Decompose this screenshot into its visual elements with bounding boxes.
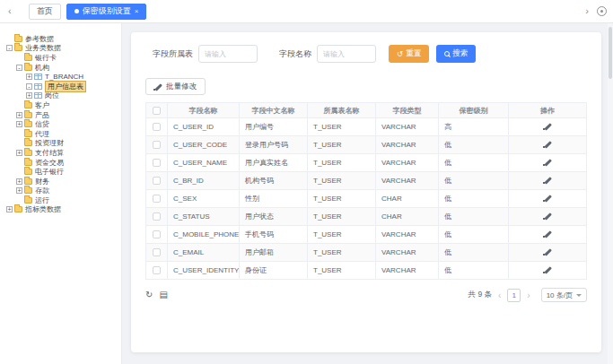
edit-icon[interactable] — [544, 176, 552, 184]
tree-node-bank-card[interactable]: 银行卡 — [0, 53, 121, 63]
cell-field-type: VARCHAR — [376, 136, 439, 154]
expand-icon[interactable]: + — [16, 121, 22, 127]
expander-icon — [16, 197, 22, 204]
tree-node-e-banking[interactable]: 电子银行 — [0, 167, 121, 177]
row-checkbox[interactable] — [153, 123, 161, 131]
edit-icon[interactable] — [544, 158, 552, 166]
row-checkbox[interactable] — [153, 195, 161, 203]
edit-icon[interactable] — [544, 140, 552, 148]
tree-node-position[interactable]: +岗位 — [0, 91, 121, 101]
tree-node-indicator-data[interactable]: +指标类数据 — [0, 205, 121, 215]
cell-field-name: C_MOBILE_PHONE — [168, 226, 240, 244]
edit-icon[interactable] — [544, 194, 552, 202]
next-page-icon[interactable]: › — [525, 290, 531, 300]
page-size-select[interactable]: 10 条/页 — [541, 288, 587, 302]
refresh-icon[interactable]: ↻ — [145, 290, 153, 299]
tabs-scroll-right-icon[interactable]: › — [583, 6, 591, 16]
row-checkbox[interactable] — [153, 159, 161, 167]
table-row: C_USER_IDENTITY 身份证 T_USER VARCHAR 低 — [146, 262, 587, 280]
table-icon — [34, 83, 42, 90]
edit-icon[interactable] — [544, 265, 552, 273]
cell-field-name: C_EMAIL — [168, 244, 240, 262]
row-checkbox[interactable] — [153, 248, 161, 256]
row-checkbox[interactable] — [153, 177, 161, 185]
tree-node-label: 投资理财 — [35, 138, 64, 148]
edit-icon[interactable] — [544, 122, 552, 130]
page-size-label: 10 条/页 — [547, 290, 573, 300]
tree-node-deposit[interactable]: +存款 — [0, 186, 121, 196]
cell-secrecy-level: 低 — [439, 154, 509, 172]
scrollbar-thumb[interactable] — [609, 27, 612, 79]
select-all-cell — [146, 103, 168, 118]
field-name-label: 字段名称 — [279, 48, 311, 60]
folder-icon — [24, 187, 32, 194]
tree-node-fund-transaction[interactable]: 资金交易 — [0, 158, 121, 168]
active-tab-dot-icon — [74, 9, 79, 13]
tree-node-label: 机构 — [35, 63, 49, 73]
folder-icon — [24, 160, 32, 166]
search-button[interactable]: 搜索 — [436, 45, 476, 63]
reset-icon: ↺ — [397, 49, 403, 58]
edit-icon[interactable] — [544, 247, 552, 256]
scrollbar-track[interactable] — [608, 23, 613, 364]
cell-field-cn-name: 用户状态 — [240, 208, 308, 226]
cell-table-name: T_USER — [308, 226, 376, 244]
reset-button[interactable]: ↺ 重置 — [389, 45, 429, 63]
edit-icon[interactable] — [544, 230, 552, 238]
tree-node-label: 信贷 — [35, 119, 49, 129]
field-table-input[interactable] — [198, 45, 258, 63]
expand-icon[interactable]: + — [16, 178, 22, 185]
row-checkbox[interactable] — [153, 230, 161, 238]
expander-icon — [16, 160, 22, 166]
tree-node-label: 岗位 — [45, 91, 59, 100]
tree-node-organization[interactable]: -机构 — [0, 63, 121, 73]
select-all-checkbox[interactable] — [153, 107, 161, 115]
expand-icon[interactable]: + — [16, 112, 22, 118]
expand-icon[interactable]: + — [16, 187, 22, 194]
row-checkbox[interactable] — [153, 212, 161, 221]
edit-icon — [154, 82, 162, 91]
cell-field-cn-name: 性别 — [240, 190, 308, 208]
tree-node-finance[interactable]: +财务 — [0, 177, 121, 186]
tree-node-customer[interactable]: 客户 — [0, 100, 121, 110]
tree-node-operation[interactable]: 运行 — [0, 195, 121, 205]
table-icon — [34, 74, 42, 80]
cell-field-type: VARCHAR — [376, 172, 439, 190]
cell-field-type: VARCHAR — [376, 118, 439, 136]
field-name-input[interactable] — [317, 45, 376, 63]
expand-icon[interactable]: + — [26, 74, 32, 80]
header-field-type: 字段类型 — [376, 103, 439, 118]
cell-field-cn-name: 用户真实姓名 — [240, 154, 308, 172]
row-checkbox[interactable] — [153, 141, 161, 149]
cell-table-name: T_USER — [308, 262, 376, 280]
edit-icon[interactable] — [544, 212, 552, 220]
reload-icon[interactable] — [597, 6, 607, 16]
tree-node-product[interactable]: +产品 — [0, 110, 121, 120]
collapse-icon[interactable]: - — [16, 65, 22, 71]
prev-page-icon[interactable]: ‹ — [496, 290, 503, 300]
column-settings-icon[interactable]: ▤ — [159, 290, 167, 299]
chevron-down-icon — [576, 294, 582, 297]
search-form: 字段所属表 字段名称 ↺ 重置 搜索 — [153, 45, 587, 63]
page-number-button[interactable]: 1 — [507, 289, 521, 302]
tree-node-payment-settlement[interactable]: +支付结算 — [0, 148, 121, 158]
tree-node-credit[interactable]: +信贷 — [0, 119, 121, 129]
row-checkbox[interactable] — [153, 266, 161, 274]
tree-node-business-data[interactable]: -业务类数据 — [0, 44, 121, 54]
expand-icon[interactable]: + — [16, 150, 22, 156]
tree-node-agency[interactable]: 代理 — [0, 129, 121, 139]
tabs-scroll-left-icon[interactable]: ‹ — [6, 6, 13, 16]
expand-icon[interactable]: + — [6, 206, 13, 212]
cell-table-name: T_USER — [308, 136, 376, 154]
tab-secrecy-level-settings[interactable]: 保密级别设置 × — [66, 4, 147, 20]
collapse-icon[interactable]: - — [6, 45, 13, 51]
tree-node-user-info-table[interactable]: -用户信息表 — [0, 82, 121, 91]
batch-edit-button[interactable]: 批量修改 — [145, 78, 206, 95]
tree-node-wealth-management[interactable]: 投资理财 — [0, 139, 121, 149]
table-row: C_BR_ID 机构号码 T_USER VARCHAR 低 — [146, 172, 587, 190]
tab-home[interactable]: 首页 — [29, 4, 61, 20]
collapse-icon[interactable]: - — [26, 83, 32, 90]
tree-node-reference-data[interactable]: 参考数据 — [0, 34, 121, 44]
expand-icon[interactable]: + — [26, 92, 32, 99]
tab-close-icon[interactable]: × — [135, 8, 139, 15]
